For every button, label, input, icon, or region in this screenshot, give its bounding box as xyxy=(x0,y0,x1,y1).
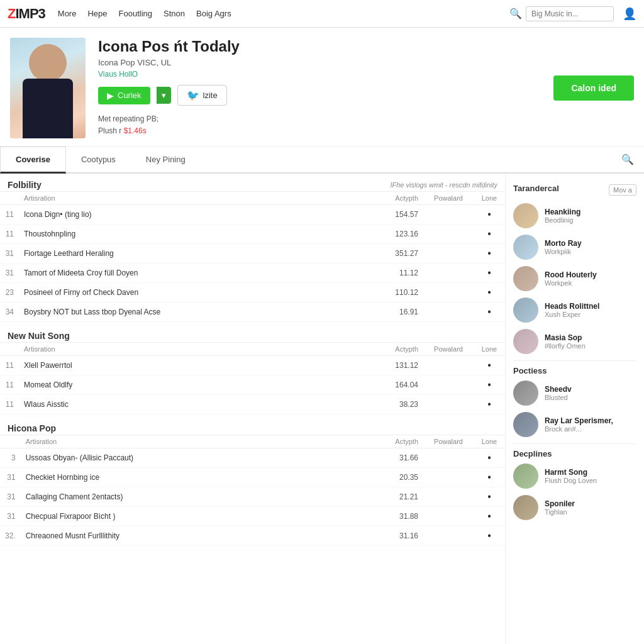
track-lone: • xyxy=(474,375,505,395)
track-lone: • xyxy=(474,283,505,303)
sidebar-name-heads: Heads Rolittnel xyxy=(545,302,599,311)
artist-link[interactable]: Viaus HollO xyxy=(98,70,541,79)
nav-links: More Hepe Fooutling Stnon Boig Agrs xyxy=(58,9,509,18)
col-powalard: Powalard xyxy=(423,435,474,448)
sidebar-sub-morto: Workpiik xyxy=(545,248,582,255)
track-row[interactable]: 11 Icona Dign• (ting lio) 154.57 • xyxy=(0,205,505,225)
track-name: Chreaoned Musnt Furlllithity xyxy=(21,526,373,546)
track-num: 11 xyxy=(0,356,19,375)
sidebar-item-heads[interactable]: Heads Rolittnel Xush Exper xyxy=(513,297,636,323)
avatar-sheedv xyxy=(513,380,538,406)
sidebar-mov-button[interactable]: Mov a xyxy=(609,184,636,196)
search-input[interactable] xyxy=(526,6,614,21)
track-lone: • xyxy=(474,303,505,322)
col-lone: Lone xyxy=(474,435,505,448)
track-pop xyxy=(423,303,474,322)
col-artisration: Artisration xyxy=(19,343,373,356)
track-lone: • xyxy=(474,264,505,283)
sidebar-name-heankiing: Heankiing xyxy=(545,208,580,216)
tab-coverise[interactable]: Coverise xyxy=(0,147,66,174)
btn-twitter[interactable]: 🐦 lzite xyxy=(177,85,227,106)
track-num: 31 xyxy=(0,507,21,526)
search-icon[interactable]: 🔍 xyxy=(509,8,522,19)
sidebar-item-morto-ray[interactable]: Morto Ray Workpiik xyxy=(513,235,636,260)
nav-fooutling[interactable]: Fooutling xyxy=(119,9,152,18)
track-pop xyxy=(423,395,474,414)
track-plays: 38.23 xyxy=(373,395,423,414)
section-new-nuit-table: Artisration Actypth Powalard Lone 11 Xle… xyxy=(0,343,505,414)
track-row[interactable]: 31 Callaging Chament 2entacts) 21.21 • xyxy=(0,487,505,507)
track-row[interactable]: 11 Xlell Pawerrtol 131.12 • xyxy=(0,356,505,375)
track-row[interactable]: 23 Posineel of Firny orf Check Daven 110… xyxy=(0,283,505,303)
track-plays: 164.04 xyxy=(373,375,423,395)
btn-dropdown[interactable]: ▾ xyxy=(157,87,171,104)
sidebar-name-harmt: Harmt Song xyxy=(545,468,597,477)
user-icon[interactable]: 👤 xyxy=(623,7,636,21)
header-search-area: 🔍 👤 xyxy=(509,6,636,21)
sidebar-item-masia[interactable]: Masia Sop #llorfly Omen xyxy=(513,329,636,354)
track-lone: • xyxy=(474,448,505,468)
sidebar-item-sheedv[interactable]: Sheedv Blusted xyxy=(513,380,636,406)
track-row[interactable]: 32. Chreaoned Musnt Furlllithity 31.16 • xyxy=(0,526,505,546)
logo-imp3: IMP3 xyxy=(15,6,45,21)
track-row[interactable]: 3 Ussoas Obyan- (Allisic Paccaut) 31.66 … xyxy=(0,448,505,468)
sidebar-sub-sheedv: Blusted xyxy=(545,394,572,401)
track-name: Ussoas Obyan- (Allisic Paccaut) xyxy=(21,448,373,468)
sidebar-section3-title: Decplines xyxy=(513,449,636,458)
artist-meta: Met repeating PB; Plush r $1.46s xyxy=(98,113,541,137)
tab-ney-pining[interactable]: Ney Pining xyxy=(131,147,201,174)
sidebar-divider1 xyxy=(513,360,636,361)
track-row[interactable]: 31 Checkiet Hornbing ice 20.35 • xyxy=(0,468,505,487)
nav-boig-agrs[interactable]: Boig Agrs xyxy=(196,9,231,18)
track-pop xyxy=(423,468,474,487)
track-num: 32. xyxy=(0,526,21,546)
track-plays: 20.35 xyxy=(373,468,423,487)
track-name: Xlell Pawerrtol xyxy=(19,356,373,375)
track-row[interactable]: 31 Tamort of Mideeta Croy füll Doyen 11.… xyxy=(0,264,505,283)
sidebar-section2-title: Poctiess xyxy=(513,366,636,375)
logo[interactable]: ZIMP3 xyxy=(8,6,45,22)
sidebar-item-ray-lar[interactable]: Ray Lar Sperismer, Brock an#... xyxy=(513,412,636,437)
track-plays: 16.91 xyxy=(373,303,423,322)
artist-info: Icona Pos ńt Todaly Icona Pop VISC, UL V… xyxy=(98,38,541,137)
track-row[interactable]: 11 Thoustohnpling 123.16 • xyxy=(0,225,505,244)
avatar-morto-ray xyxy=(513,235,538,260)
col-artisration: Artisration xyxy=(19,192,373,205)
sidebar-item-sponiler[interactable]: Sponiler Tighlan xyxy=(513,495,636,520)
track-num: 31 xyxy=(0,244,19,264)
sidebar-sub-sponiler: Tighlan xyxy=(545,508,575,516)
sidebar-item-rood[interactable]: Rood Houterly Workpek xyxy=(513,266,636,291)
nav-stnon[interactable]: Stnon xyxy=(164,9,185,18)
sidebar-sub-rood: Workpek xyxy=(545,279,597,287)
track-row[interactable]: 31 Fiortage Leethard Heraling 351.27 • xyxy=(0,244,505,264)
track-plays: 31.66 xyxy=(373,448,423,468)
nav-hepe[interactable]: Hepe xyxy=(87,9,107,18)
avatar-rood xyxy=(513,266,538,291)
btn-green-label: Curlek xyxy=(118,91,142,100)
track-row[interactable]: 34 Boysbry NOT but Lass tbop Dyenal Acse… xyxy=(0,303,505,322)
sidebar-name-morto: Morto Ray xyxy=(545,239,582,248)
sidebar-item-heankiing[interactable]: Heankiing Beodlinig xyxy=(513,203,636,228)
main-content: Folbility IFhe vislogs wmit - rescdn mif… xyxy=(0,174,644,644)
track-num: 11 xyxy=(0,375,19,395)
avatar-masia xyxy=(513,329,538,354)
track-name: Callaging Chament 2entacts) xyxy=(21,487,373,507)
artist-price-link[interactable]: $1.46s xyxy=(124,126,147,135)
track-name: Icona Dign• (ting lio) xyxy=(19,205,373,225)
track-plays: 154.57 xyxy=(373,205,423,225)
track-row[interactable]: 11 Momeat Oldlfy 164.04 • xyxy=(0,375,505,395)
track-plays: 21.21 xyxy=(373,487,423,507)
nav-more[interactable]: More xyxy=(58,9,77,18)
artist-actions: ▶ Curlek ▾ 🐦 lzite xyxy=(98,85,541,106)
tab-search-icon[interactable]: 🔍 xyxy=(611,147,644,172)
track-row[interactable]: 11 Wlaus Aisstic 38.23 • xyxy=(0,395,505,414)
btn-green-curlek[interactable]: ▶ Curlek xyxy=(98,87,150,104)
track-pop xyxy=(423,375,474,395)
col-actypth: Actypth xyxy=(373,343,423,356)
big-action-button[interactable]: Calon ided xyxy=(553,75,634,101)
twitter-icon: 🐦 xyxy=(187,89,199,101)
video-icon: ▶ xyxy=(107,91,114,101)
track-row[interactable]: 31 Checpual Fixrapoor Bìcht ) 31.88 • xyxy=(0,507,505,526)
sidebar-item-harmt[interactable]: Harmt Song Flush Dog Loven xyxy=(513,464,636,489)
tab-cootypus[interactable]: Cootypus xyxy=(66,147,131,174)
